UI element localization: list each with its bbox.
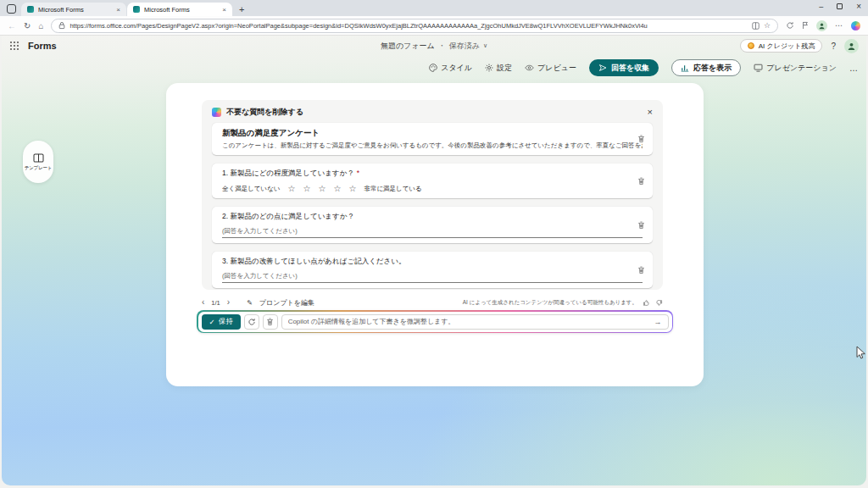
lock-icon <box>58 21 65 30</box>
url-text: https://forms.office.com/Pages/DesignPag… <box>70 22 747 30</box>
template-icon <box>33 153 44 163</box>
forms-app: Forms 無題のフォーム ・ 保存済み ∨ AI クレジット残高 ? <box>0 36 868 488</box>
star-icon[interactable]: ☆ <box>319 185 326 193</box>
prompt-placeholder: Copilot の詳細情報を追加して下書きを微調整します。 <box>288 317 654 326</box>
template-button[interactable]: テンプレート <box>23 141 53 183</box>
send-icon <box>598 64 607 72</box>
view-responses-button[interactable]: 応答を表示 <box>671 59 741 76</box>
pager-row: ‹ 1/1 › ✎ プロンプトを編集 AI によって生成されたコンテンツが間違っ… <box>202 297 663 308</box>
chevron-down-icon: ∨ <box>483 42 487 49</box>
regenerate-icon <box>248 318 256 326</box>
form-title-menu[interactable]: 無題のフォーム ・ 保存済み ∨ <box>0 36 868 56</box>
back-icon[interactable]: ← <box>8 21 16 30</box>
edge-copilot-icon[interactable] <box>851 21 860 30</box>
star-icon[interactable]: ☆ <box>348 185 356 193</box>
eye-icon <box>525 64 534 71</box>
style-palette-icon <box>429 64 437 72</box>
delete-icon[interactable] <box>637 218 645 233</box>
browser-chrome: Microsoft Forms × Microsoft Forms × + – … <box>0 0 868 36</box>
keep-button[interactable]: ✓ 保持 <box>202 314 241 330</box>
forms-header: Forms 無題のフォーム ・ 保存済み ∨ AI クレジット残高 ? <box>0 36 868 56</box>
view-responses-label: 応答を表示 <box>693 63 732 74</box>
mouse-cursor <box>856 346 866 363</box>
window-controls: – × <box>819 2 861 11</box>
forms-favicon <box>27 6 34 13</box>
discard-button[interactable] <box>263 314 278 330</box>
maximize-icon[interactable] <box>837 3 843 9</box>
delete-icon[interactable] <box>637 174 645 189</box>
browser-tab-1[interactable]: Microsoft Forms × <box>21 3 126 16</box>
presentation-label: プレゼンテーション <box>766 63 837 74</box>
toolbar-more-button[interactable]: … <box>849 64 858 73</box>
page-indicator: 1/1 <box>211 299 220 307</box>
question-card-3[interactable]: 3. 新製品の改善してほしい点があればご記入ください。 (回答を入力してください… <box>212 252 653 288</box>
thumbs-up-icon[interactable] <box>643 299 650 307</box>
refresh-icon[interactable]: ↻ <box>24 21 31 30</box>
style-label: スタイル <box>441 63 472 74</box>
question-label: 1. 新製品にどの程度満足していますか？* <box>222 169 643 179</box>
keep-label: 保持 <box>219 317 233 327</box>
submit-arrow-icon[interactable]: → <box>654 318 662 326</box>
edit-pencil-icon: ✎ <box>247 299 253 307</box>
screen: Microsoft Forms × Microsoft Forms × + – … <box>0 0 868 488</box>
edit-prompt-button[interactable]: プロンプトを編集 <box>259 298 314 308</box>
form-title: 無題のフォーム <box>381 41 435 52</box>
title-separator: ・ <box>438 41 446 52</box>
copilot-panel-header: 不要な質問を削除する × <box>202 100 663 123</box>
close-icon[interactable]: × <box>648 108 653 117</box>
trash-icon <box>266 318 274 326</box>
star-icon[interactable]: ☆ <box>288 185 296 193</box>
collect-responses-button[interactable]: 回答を収集 <box>589 59 659 76</box>
tab-strip: Microsoft Forms × Microsoft Forms × + – … <box>0 0 868 16</box>
question-label: 2. 新製品のどの点に満足していますか？ <box>222 212 643 222</box>
close-window-icon[interactable]: × <box>856 2 861 11</box>
new-tab-button[interactable]: + <box>239 4 244 14</box>
home-icon[interactable]: ⌂ <box>38 21 43 30</box>
browser-tab-2[interactable]: Microsoft Forms × <box>127 3 232 16</box>
thumbs-down-icon[interactable] <box>655 299 663 307</box>
collections-flag-icon[interactable] <box>802 21 809 30</box>
next-page-icon[interactable]: › <box>227 298 230 307</box>
favorite-star-icon[interactable]: ☆ <box>764 21 771 30</box>
tab-title: Microsoft Forms <box>38 6 112 14</box>
text-answer-input[interactable]: (回答を入力してください) <box>222 227 643 238</box>
save-status: 保存済み <box>449 41 480 52</box>
tab-close-icon[interactable]: × <box>222 6 226 14</box>
form-title-card[interactable]: 新製品の満足度アンケート このアンケートは、新製品に対するご満足度やご意見をお伺… <box>212 123 653 155</box>
prev-page-icon[interactable]: ‹ <box>202 298 204 307</box>
forms-toolbar: スタイル 設定 プレビュー 回答を収集 応答を表示 プレゼンテーション <box>0 56 868 80</box>
workspace-icon[interactable] <box>7 4 16 14</box>
monitor-icon <box>754 64 763 72</box>
browser-essentials-icon[interactable] <box>786 21 794 30</box>
browser-settings-icon[interactable]: ⋯ <box>835 21 843 30</box>
settings-label: 設定 <box>497 63 512 74</box>
star-icon[interactable]: ☆ <box>333 185 341 193</box>
tab-close-icon[interactable]: × <box>116 6 120 14</box>
settings-button[interactable]: 設定 <box>485 63 512 74</box>
delete-icon[interactable] <box>637 263 645 278</box>
ai-disclaimer: AI によって生成されたコンテンツが間違っている可能性もあります。 <box>463 299 637 307</box>
browser-profile-avatar[interactable] <box>816 20 827 31</box>
copilot-prompt-input[interactable]: Copilot の詳細情報を追加して下書きを微調整します。 → <box>281 314 669 330</box>
minimize-icon[interactable]: – <box>819 3 823 11</box>
check-icon: ✓ <box>209 318 215 326</box>
regenerate-button[interactable] <box>244 314 259 330</box>
question-card-1[interactable]: 1. 新製品にどの程度満足していますか？* 全く満足していない ☆ ☆ ☆ ☆ … <box>212 164 653 198</box>
preview-button[interactable]: プレビュー <box>525 63 576 74</box>
required-asterisk: * <box>357 169 359 177</box>
style-button[interactable]: スタイル <box>429 63 472 74</box>
feedback-group: AI によって生成されたコンテンツが間違っている可能性もあります。 <box>463 299 663 307</box>
tab-title: Microsoft Forms <box>144 6 218 14</box>
rating-row: 全く満足していない ☆ ☆ ☆ ☆ ☆ 非常に満足している <box>222 185 643 193</box>
url-bar[interactable]: https://forms.office.com/Pages/DesignPag… <box>51 19 778 33</box>
preview-label: プレビュー <box>537 63 576 74</box>
presentation-button[interactable]: プレゼンテーション <box>754 63 837 74</box>
star-icon[interactable]: ☆ <box>303 185 311 193</box>
copilot-panel-title: 不要な質問を削除する <box>226 107 643 118</box>
bar-chart-icon <box>681 64 689 72</box>
split-screen-icon[interactable] <box>752 22 760 30</box>
text-answer-input[interactable]: (回答を入力してください) <box>222 272 643 283</box>
rating-high-label: 非常に満足している <box>364 185 421 193</box>
question-card-2[interactable]: 2. 新製品のどの点に満足していますか？ (回答を入力してください) <box>212 207 653 243</box>
delete-icon[interactable] <box>637 131 645 147</box>
